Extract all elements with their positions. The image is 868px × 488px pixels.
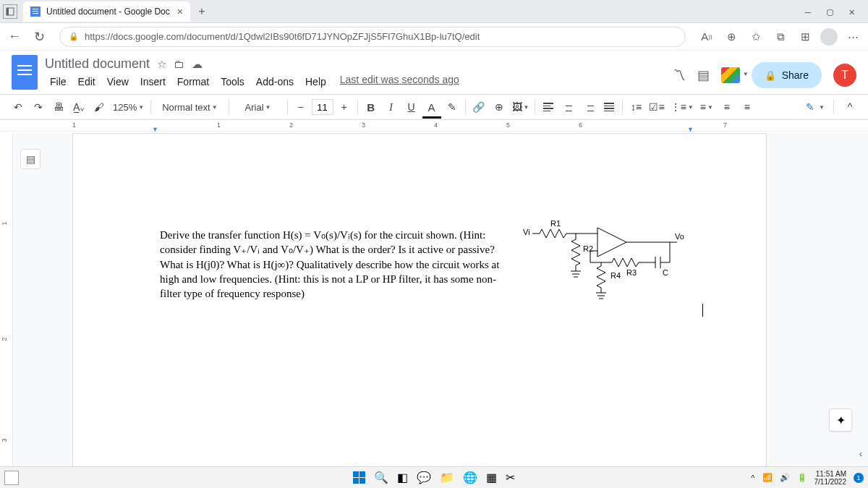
align-justify-button[interactable] bbox=[600, 98, 618, 116]
increase-indent-button[interactable]: ≡ bbox=[738, 98, 757, 116]
image-button[interactable]: 🖼▼ bbox=[510, 98, 532, 116]
share-button[interactable]: 🔒 Share bbox=[752, 62, 822, 88]
clock[interactable]: 11:51 AM 7/11/2022 bbox=[814, 470, 847, 486]
document-body-text[interactable]: Derive the transfer function H(s) = V₀(s… bbox=[160, 228, 507, 301]
line-spacing-button[interactable]: ↕≡ bbox=[626, 98, 645, 116]
address-bar[interactable]: 🔒 https://docs.google.com/document/d/1Qd… bbox=[59, 27, 686, 47]
close-tab-icon[interactable]: × bbox=[177, 6, 183, 17]
menu-addons[interactable]: Add-ons bbox=[251, 74, 299, 90]
docs-logo-icon[interactable] bbox=[12, 55, 38, 90]
new-tab-button[interactable]: + bbox=[192, 1, 212, 22]
align-right-button[interactable] bbox=[579, 98, 598, 116]
tray-expand-icon[interactable]: ^ bbox=[751, 474, 754, 482]
move-icon[interactable]: 🗀 bbox=[174, 58, 184, 70]
back-button[interactable]: ← bbox=[6, 28, 23, 46]
app-icon[interactable]: ▦ bbox=[486, 471, 497, 484]
cloud-icon[interactable]: ☁ bbox=[192, 58, 203, 71]
taskview-icon[interactable]: ◧ bbox=[397, 471, 408, 484]
font-select[interactable]: Arial▼ bbox=[233, 98, 284, 116]
bold-button[interactable]: B bbox=[362, 98, 380, 116]
close-window-icon[interactable]: ✕ bbox=[849, 6, 855, 17]
zoom-icon[interactable]: ⊕ bbox=[722, 27, 741, 46]
extensions-icon[interactable]: ⊞ bbox=[796, 27, 814, 46]
numbered-list-button[interactable]: ≡▼ bbox=[697, 98, 716, 116]
align-left-button[interactable] bbox=[539, 98, 558, 116]
minimize-icon[interactable]: — bbox=[805, 6, 811, 17]
align-center-button[interactable] bbox=[559, 98, 578, 116]
horizontal-ruler[interactable]: 1 ▼ 1 2 3 4 5 6 ▼ 7 bbox=[0, 120, 868, 132]
read-aloud-icon[interactable]: A)) bbox=[697, 27, 716, 46]
paint-format-button[interactable]: 🖌 bbox=[90, 98, 109, 116]
underline-button[interactable]: U bbox=[402, 98, 421, 116]
browser-tab[interactable]: Untitled document - Google Doc × bbox=[23, 1, 190, 22]
comment-button[interactable]: ⊕ bbox=[490, 98, 509, 116]
checklist-button[interactable]: ☑≡ bbox=[647, 98, 666, 116]
menu-format[interactable]: Format bbox=[172, 74, 214, 90]
highlight-button[interactable]: ✎ bbox=[443, 98, 461, 116]
text-color-button[interactable]: A bbox=[422, 98, 441, 116]
meet-icon[interactable] bbox=[721, 67, 740, 83]
menu-bar: File Edit View Insert Format Tools Add-o… bbox=[45, 74, 673, 90]
share-lock-icon: 🔒 bbox=[765, 70, 776, 81]
widgets-icon[interactable] bbox=[4, 471, 19, 485]
notifications-badge[interactable]: 1 bbox=[854, 473, 864, 483]
vertical-ruler[interactable]: 1 2 3 bbox=[0, 133, 13, 466]
battery-icon[interactable]: 🔋 bbox=[797, 473, 807, 482]
document-page[interactable]: Derive the transfer function H(s) = V₀(s… bbox=[72, 133, 767, 466]
r2-label: R2 bbox=[583, 244, 593, 253]
last-edit-text[interactable]: Last edit was seconds ago bbox=[340, 74, 459, 90]
star-icon[interactable]: ☆ bbox=[157, 58, 166, 71]
indent-marker-icon[interactable]: ▼ bbox=[152, 126, 158, 133]
document-title[interactable]: Untitled document bbox=[45, 56, 150, 72]
search-icon[interactable]: 🔍 bbox=[374, 471, 388, 484]
collections-icon[interactable]: ⧉ bbox=[771, 27, 790, 46]
collapse-toolbar-button[interactable]: ^ bbox=[841, 98, 859, 116]
browser-tab-strip-icon[interactable] bbox=[3, 4, 17, 19]
menu-insert[interactable]: Insert bbox=[135, 74, 171, 90]
c-label: C bbox=[663, 268, 668, 277]
print-button[interactable]: 🖶 bbox=[49, 98, 68, 116]
style-select[interactable]: Normal text▼ bbox=[155, 98, 224, 116]
profile-avatar[interactable] bbox=[820, 28, 838, 46]
volume-icon[interactable]: 🔊 bbox=[780, 473, 790, 482]
zoom-select[interactable]: 125%▼ bbox=[110, 98, 147, 116]
font-size-input[interactable] bbox=[312, 99, 333, 115]
menu-edit[interactable]: Edit bbox=[73, 74, 101, 90]
menu-tools[interactable]: Tools bbox=[216, 74, 250, 90]
snip-icon[interactable]: ✂ bbox=[506, 471, 515, 484]
user-avatar[interactable]: T bbox=[833, 64, 856, 87]
undo-button[interactable]: ↶ bbox=[9, 98, 27, 116]
decrease-font-button[interactable]: − bbox=[292, 98, 310, 116]
menu-file[interactable]: File bbox=[45, 74, 72, 90]
link-button[interactable]: 🔗 bbox=[469, 98, 488, 116]
text-cursor bbox=[702, 304, 703, 317]
italic-button[interactable]: I bbox=[382, 98, 401, 116]
favorites-star-icon[interactable]: ✩ bbox=[746, 27, 765, 46]
start-button[interactable] bbox=[353, 471, 365, 484]
wifi-icon[interactable]: 📶 bbox=[762, 473, 773, 482]
menu-view[interactable]: View bbox=[102, 74, 134, 90]
menu-help[interactable]: Help bbox=[300, 74, 331, 90]
url-text: https://docs.google.com/document/d/1Qdwl… bbox=[85, 31, 480, 42]
increase-font-button[interactable]: + bbox=[335, 98, 354, 116]
explorer-icon[interactable]: 📁 bbox=[440, 471, 454, 484]
redo-button[interactable]: ↷ bbox=[29, 98, 48, 116]
refresh-button[interactable]: ↻ bbox=[30, 28, 48, 46]
indent-marker-right-icon[interactable]: ▼ bbox=[687, 126, 694, 133]
explore-button[interactable]: ✦ bbox=[829, 408, 852, 432]
spellcheck-button[interactable]: A̲ᵥ bbox=[69, 98, 88, 116]
activity-icon[interactable]: 〽 bbox=[673, 68, 686, 83]
lock-icon: 🔒 bbox=[69, 32, 79, 41]
edge-icon[interactable]: 🌐 bbox=[463, 471, 477, 484]
decrease-indent-button[interactable]: ≡ bbox=[718, 98, 736, 116]
vo-label: Vo bbox=[675, 232, 684, 241]
maximize-icon[interactable]: ▢ bbox=[827, 6, 833, 17]
comments-icon[interactable]: ▤ bbox=[697, 67, 710, 83]
bullet-list-button[interactable]: ⋮≡▼ bbox=[668, 98, 696, 116]
scroll-indicator-icon[interactable]: ‹ bbox=[859, 448, 862, 459]
more-icon[interactable]: ⋯ bbox=[843, 27, 862, 46]
tab-title: Untitled document - Google Doc bbox=[46, 7, 170, 17]
chat-icon[interactable]: 💬 bbox=[417, 471, 431, 484]
editing-mode-button[interactable]: ✎▼ bbox=[804, 98, 827, 116]
outline-button[interactable]: ▤ bbox=[20, 149, 41, 169]
